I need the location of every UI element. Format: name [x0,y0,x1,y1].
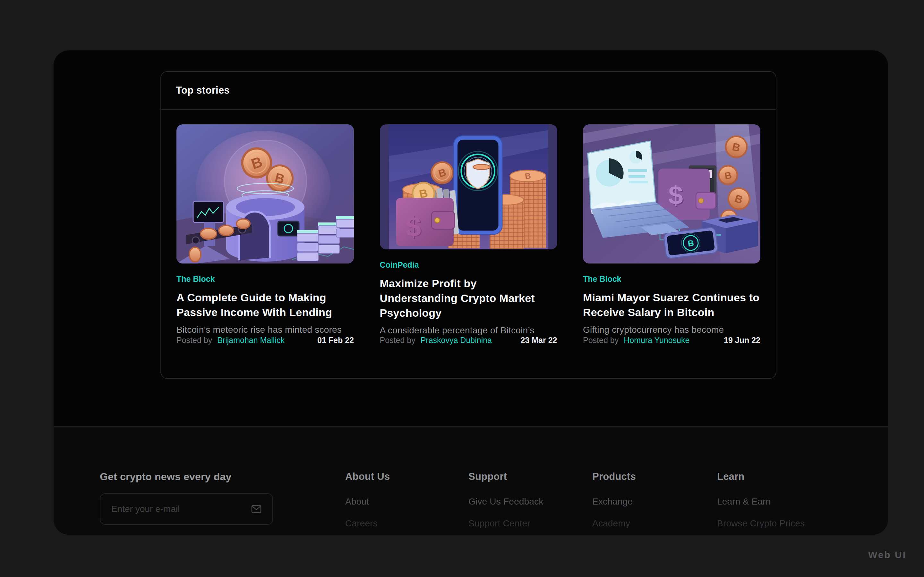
card-source[interactable]: The Block [583,274,760,284]
card-title: Maximize Profit by Understanding Crypto … [380,276,557,320]
footer-link-about[interactable]: About [345,496,390,507]
top-stories-section: Top stories [160,71,776,379]
footer-link-browse-crypto-prices[interactable]: Browse Crypto Prices [717,518,804,529]
author-link[interactable]: Brijamohan Mallick [217,335,284,345]
footer-column-title: Products [592,471,636,482]
card-description: Gifting cryptocurrency has become [583,325,760,335]
card-meta: Posted by Homura Yunosuke 19 Jun 22 [583,335,760,345]
footer-link-academy[interactable]: Academy [592,518,636,529]
main-panel: Top stories [53,50,888,535]
laptop-wallet-bitcoin-transfer-illustration: B B B B [583,124,760,263]
posted-by-label: Posted by [176,335,212,345]
news-card[interactable]: B B [380,124,557,355]
svg-text:B: B [687,238,694,248]
footer: Get crypto news every day About Us About… [53,426,888,535]
footer-link-give-us-feedback[interactable]: Give Us Feedback [468,496,543,507]
newsletter-heading: Get crypto news every day [100,471,232,483]
svg-text:$: $ [405,211,421,242]
posted-by-label: Posted by [380,335,415,345]
card-thumbnail: B B [176,124,354,263]
author-link[interactable]: Praskovya Dubinina [421,335,492,345]
footer-column-title: Support [468,471,543,482]
mail-icon[interactable] [251,505,262,513]
card-description: A considerable percentage of Bitcoin’s [380,326,557,335]
footer-link-learn-and-earn[interactable]: Learn & Earn [717,496,804,507]
card-meta: Posted by Brijamohan Mallick 01 Feb 22 [176,335,354,345]
author-link[interactable]: Homura Yunosuke [624,335,690,345]
footer-link-exchange[interactable]: Exchange [592,496,636,507]
svg-text:B: B [524,171,531,181]
section-title: Top stories [176,85,230,96]
card-title: A Complete Guide to Making Passive Incom… [176,290,354,319]
stories-header: Top stories [161,72,776,110]
cards-row: B B [161,110,776,355]
card-source[interactable]: CoinPedia [380,260,557,269]
web-ui-watermark: Web UI [868,550,906,560]
news-card[interactable]: B B [176,124,354,355]
card-date: 01 Feb 22 [317,335,354,345]
card-title: Miami Mayor Suarez Continues to Receive … [583,290,760,319]
card-date: 23 Mar 22 [521,335,557,345]
posted-by-label: Posted by [583,335,619,345]
phone-security-shield-illustration: B B [380,124,557,250]
card-thumbnail: B B [380,124,557,250]
footer-column-support: Support Give Us Feedback Support Center [468,471,543,529]
card-thumbnail: B B B B [583,124,760,263]
footer-column-learn: Learn Learn & Earn Browse Crypto Prices [717,471,804,529]
card-meta: Posted by Praskovya Dubinina 23 Mar 22 [380,335,557,345]
footer-column-about-us: About Us About Careers [345,471,390,529]
newsletter-email-box[interactable] [100,493,273,525]
footer-link-careers[interactable]: Careers [345,518,390,529]
footer-column-title: Learn [717,471,804,482]
card-description: Bitcoin’s meteoric rise has minted score… [176,325,354,335]
footer-link-support-center[interactable]: Support Center [468,518,543,529]
svg-text:$: $ [668,181,683,210]
news-card[interactable]: B B B B [583,124,760,355]
bitcoin-minting-machine-illustration: B B [176,124,354,263]
email-input[interactable] [111,504,251,514]
card-source[interactable]: The Block [176,274,354,284]
footer-column-title: About Us [345,471,390,482]
footer-column-products: Products Exchange Academy [592,471,636,529]
card-date: 19 Jun 22 [724,335,760,345]
